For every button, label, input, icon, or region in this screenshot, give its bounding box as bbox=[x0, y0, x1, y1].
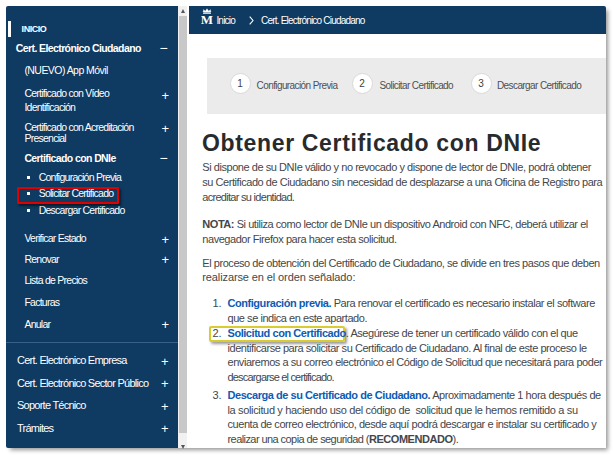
svg-text:M: M bbox=[201, 12, 213, 25]
